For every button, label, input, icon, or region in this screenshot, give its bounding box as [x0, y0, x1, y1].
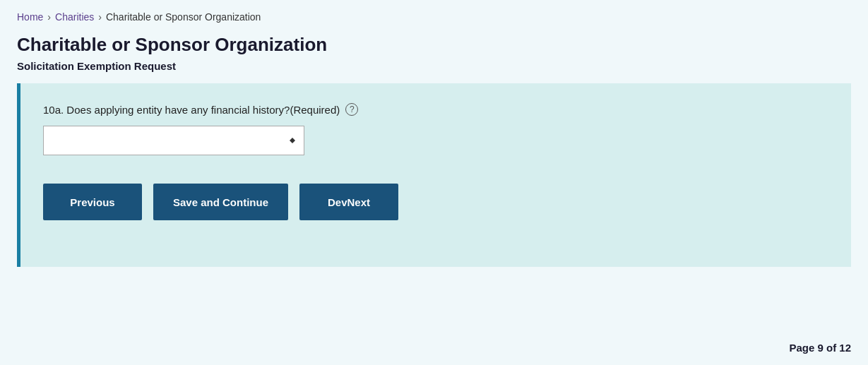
dev-next-button[interactable]: DevNext [299, 184, 398, 220]
form-section: 10a. Does applying entity have any finan… [17, 83, 851, 267]
buttons-row: Previous Save and Continue DevNext [43, 184, 828, 220]
form-question-10a: 10a. Does applying entity have any finan… [43, 103, 828, 116]
breadcrumb-home[interactable]: Home [17, 11, 43, 23]
page-counter: Page 9 of 12 [789, 342, 851, 354]
page-title: Charitable or Sponsor Organization [17, 34, 851, 56]
question-label: 10a. Does applying entity have any finan… [43, 104, 340, 116]
page-subtitle: Solicitation Exemption Request [17, 60, 851, 72]
financial-history-select[interactable]: Yes No [43, 126, 304, 155]
page-wrapper: Home › Charities › Charitable or Sponsor… [0, 0, 868, 365]
breadcrumb-sep-1: › [47, 11, 51, 23]
breadcrumb-sep-2: › [98, 11, 102, 23]
breadcrumb: Home › Charities › Charitable or Sponsor… [17, 11, 851, 23]
breadcrumb-charities[interactable]: Charities [55, 11, 94, 23]
previous-button[interactable]: Previous [43, 184, 142, 220]
breadcrumb-current: Charitable or Sponsor Organization [106, 11, 261, 23]
help-icon[interactable]: ? [345, 103, 358, 116]
save-continue-button[interactable]: Save and Continue [153, 184, 288, 220]
